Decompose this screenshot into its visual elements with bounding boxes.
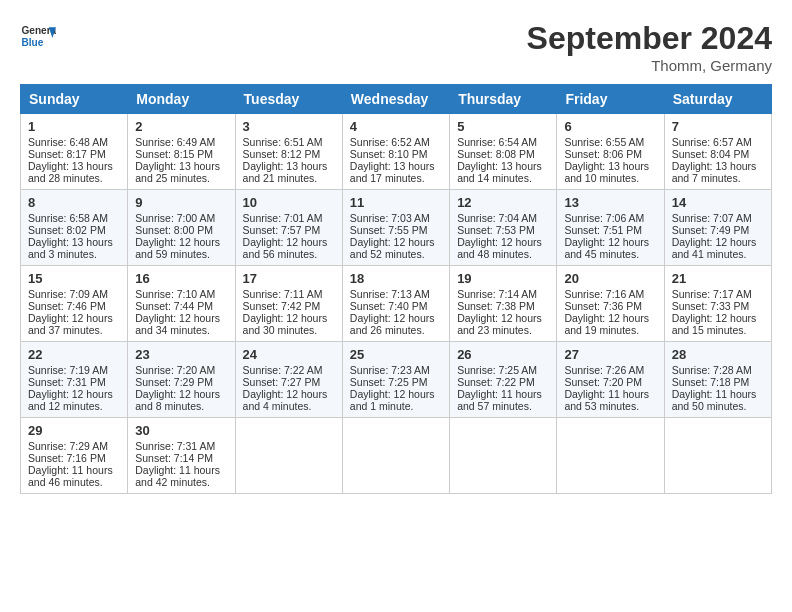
day-number: 6 (564, 119, 656, 134)
sunset-text: Sunset: 7:44 PM (135, 300, 213, 312)
title-block: September 2024 Thomm, Germany (527, 20, 772, 74)
calendar-cell: 14 Sunrise: 7:07 AM Sunset: 7:49 PM Dayl… (664, 190, 771, 266)
column-header-monday: Monday (128, 85, 235, 114)
sunrise-text: Sunrise: 7:03 AM (350, 212, 430, 224)
column-header-friday: Friday (557, 85, 664, 114)
sunrise-text: Sunrise: 7:14 AM (457, 288, 537, 300)
sunset-text: Sunset: 8:02 PM (28, 224, 106, 236)
calendar-cell: 11 Sunrise: 7:03 AM Sunset: 7:55 PM Dayl… (342, 190, 449, 266)
day-number: 16 (135, 271, 227, 286)
day-number: 14 (672, 195, 764, 210)
sunrise-text: Sunrise: 7:10 AM (135, 288, 215, 300)
sunset-text: Sunset: 8:04 PM (672, 148, 750, 160)
sunset-text: Sunset: 8:12 PM (243, 148, 321, 160)
sunrise-text: Sunrise: 7:09 AM (28, 288, 108, 300)
daylight-text: Daylight: 12 hours and 26 minutes. (350, 312, 435, 336)
sunrise-text: Sunrise: 7:13 AM (350, 288, 430, 300)
calendar-cell: 8 Sunrise: 6:58 AM Sunset: 8:02 PM Dayli… (21, 190, 128, 266)
daylight-text: Daylight: 13 hours and 3 minutes. (28, 236, 113, 260)
sunset-text: Sunset: 7:36 PM (564, 300, 642, 312)
sunrise-text: Sunrise: 7:19 AM (28, 364, 108, 376)
day-number: 1 (28, 119, 120, 134)
daylight-text: Daylight: 12 hours and 4 minutes. (243, 388, 328, 412)
sunset-text: Sunset: 7:40 PM (350, 300, 428, 312)
day-number: 23 (135, 347, 227, 362)
sunrise-text: Sunrise: 6:54 AM (457, 136, 537, 148)
calendar-week-2: 8 Sunrise: 6:58 AM Sunset: 8:02 PM Dayli… (21, 190, 772, 266)
daylight-text: Daylight: 12 hours and 15 minutes. (672, 312, 757, 336)
location: Thomm, Germany (527, 57, 772, 74)
sunrise-text: Sunrise: 7:06 AM (564, 212, 644, 224)
daylight-text: Daylight: 13 hours and 10 minutes. (564, 160, 649, 184)
sunset-text: Sunset: 7:51 PM (564, 224, 642, 236)
day-number: 18 (350, 271, 442, 286)
sunset-text: Sunset: 8:15 PM (135, 148, 213, 160)
sunrise-text: Sunrise: 7:00 AM (135, 212, 215, 224)
daylight-text: Daylight: 12 hours and 59 minutes. (135, 236, 220, 260)
calendar-cell: 30 Sunrise: 7:31 AM Sunset: 7:14 PM Dayl… (128, 418, 235, 494)
daylight-text: Daylight: 12 hours and 41 minutes. (672, 236, 757, 260)
calendar-cell (450, 418, 557, 494)
sunset-text: Sunset: 8:08 PM (457, 148, 535, 160)
day-number: 28 (672, 347, 764, 362)
svg-text:Blue: Blue (21, 37, 43, 48)
column-header-sunday: Sunday (21, 85, 128, 114)
sunset-text: Sunset: 7:14 PM (135, 452, 213, 464)
calendar-cell: 16 Sunrise: 7:10 AM Sunset: 7:44 PM Dayl… (128, 266, 235, 342)
calendar-cell: 22 Sunrise: 7:19 AM Sunset: 7:31 PM Dayl… (21, 342, 128, 418)
sunset-text: Sunset: 8:17 PM (28, 148, 106, 160)
day-number: 10 (243, 195, 335, 210)
calendar-cell: 27 Sunrise: 7:26 AM Sunset: 7:20 PM Dayl… (557, 342, 664, 418)
calendar-cell: 15 Sunrise: 7:09 AM Sunset: 7:46 PM Dayl… (21, 266, 128, 342)
daylight-text: Daylight: 12 hours and 19 minutes. (564, 312, 649, 336)
calendar-cell: 21 Sunrise: 7:17 AM Sunset: 7:33 PM Dayl… (664, 266, 771, 342)
day-number: 30 (135, 423, 227, 438)
logo-icon: General Blue (20, 20, 56, 56)
day-number: 8 (28, 195, 120, 210)
calendar-cell: 1 Sunrise: 6:48 AM Sunset: 8:17 PM Dayli… (21, 114, 128, 190)
daylight-text: Daylight: 12 hours and 45 minutes. (564, 236, 649, 260)
daylight-text: Daylight: 11 hours and 50 minutes. (672, 388, 757, 412)
sunrise-text: Sunrise: 7:31 AM (135, 440, 215, 452)
calendar-cell: 20 Sunrise: 7:16 AM Sunset: 7:36 PM Dayl… (557, 266, 664, 342)
day-number: 17 (243, 271, 335, 286)
day-number: 22 (28, 347, 120, 362)
sunrise-text: Sunrise: 7:16 AM (564, 288, 644, 300)
sunset-text: Sunset: 8:06 PM (564, 148, 642, 160)
calendar-cell (342, 418, 449, 494)
daylight-text: Daylight: 12 hours and 56 minutes. (243, 236, 328, 260)
day-number: 12 (457, 195, 549, 210)
sunset-text: Sunset: 7:31 PM (28, 376, 106, 388)
daylight-text: Daylight: 13 hours and 25 minutes. (135, 160, 220, 184)
sunrise-text: Sunrise: 7:23 AM (350, 364, 430, 376)
calendar-cell: 6 Sunrise: 6:55 AM Sunset: 8:06 PM Dayli… (557, 114, 664, 190)
calendar-week-5: 29 Sunrise: 7:29 AM Sunset: 7:16 PM Dayl… (21, 418, 772, 494)
calendar-cell: 29 Sunrise: 7:29 AM Sunset: 7:16 PM Dayl… (21, 418, 128, 494)
daylight-text: Daylight: 12 hours and 23 minutes. (457, 312, 542, 336)
calendar-cell: 2 Sunrise: 6:49 AM Sunset: 8:15 PM Dayli… (128, 114, 235, 190)
daylight-text: Daylight: 12 hours and 12 minutes. (28, 388, 113, 412)
sunset-text: Sunset: 7:20 PM (564, 376, 642, 388)
calendar-cell: 12 Sunrise: 7:04 AM Sunset: 7:53 PM Dayl… (450, 190, 557, 266)
sunset-text: Sunset: 8:10 PM (350, 148, 428, 160)
day-number: 24 (243, 347, 335, 362)
day-number: 15 (28, 271, 120, 286)
daylight-text: Daylight: 11 hours and 57 minutes. (457, 388, 542, 412)
daylight-text: Daylight: 13 hours and 17 minutes. (350, 160, 435, 184)
sunrise-text: Sunrise: 7:29 AM (28, 440, 108, 452)
column-header-wednesday: Wednesday (342, 85, 449, 114)
calendar-week-1: 1 Sunrise: 6:48 AM Sunset: 8:17 PM Dayli… (21, 114, 772, 190)
sunrise-text: Sunrise: 6:48 AM (28, 136, 108, 148)
daylight-text: Daylight: 11 hours and 42 minutes. (135, 464, 220, 488)
month-title: September 2024 (527, 20, 772, 57)
sunset-text: Sunset: 7:49 PM (672, 224, 750, 236)
sunset-text: Sunset: 8:00 PM (135, 224, 213, 236)
day-number: 20 (564, 271, 656, 286)
day-number: 3 (243, 119, 335, 134)
day-number: 4 (350, 119, 442, 134)
calendar-cell: 17 Sunrise: 7:11 AM Sunset: 7:42 PM Dayl… (235, 266, 342, 342)
calendar-cell: 9 Sunrise: 7:00 AM Sunset: 8:00 PM Dayli… (128, 190, 235, 266)
day-number: 29 (28, 423, 120, 438)
calendar-week-4: 22 Sunrise: 7:19 AM Sunset: 7:31 PM Dayl… (21, 342, 772, 418)
daylight-text: Daylight: 12 hours and 52 minutes. (350, 236, 435, 260)
